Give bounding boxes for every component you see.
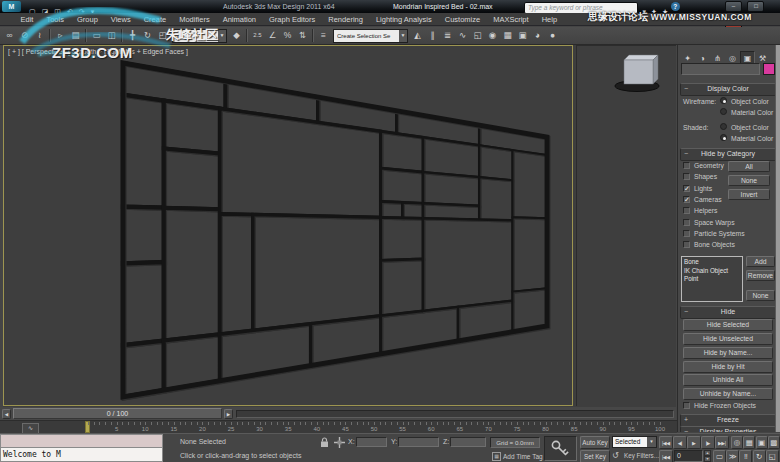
- go-to-start-button[interactable]: |◀◀: [659, 436, 673, 449]
- select-and-link-icon[interactable]: ∞: [2, 28, 17, 43]
- menu-modifiers[interactable]: Modifiers: [173, 15, 216, 24]
- menu-create[interactable]: Create: [137, 15, 173, 24]
- key-mode-toggle[interactable]: |◀◀: [659, 450, 673, 462]
- select-by-name-icon[interactable]: ▤: [68, 28, 83, 43]
- hide-selected-button[interactable]: Hide Selected: [683, 319, 773, 331]
- angle-snap-icon[interactable]: ∠: [265, 28, 280, 43]
- menu-rendering[interactable]: Rendering: [322, 15, 370, 24]
- set-key-button[interactable]: Set Key: [580, 450, 610, 462]
- minimize-button[interactable]: –: [725, 1, 742, 12]
- wireframe-material-color-radio[interactable]: [720, 108, 727, 115]
- app-logo[interactable]: M: [2, 1, 21, 12]
- align-icon[interactable]: ∥: [425, 28, 440, 43]
- unlink-selection-icon[interactable]: ⊘: [17, 28, 32, 43]
- maximize-viewport-icon[interactable]: ◱: [766, 450, 779, 462]
- none-button[interactable]: None: [728, 175, 770, 186]
- menu-graph-editors[interactable]: Graph Editors: [263, 15, 322, 24]
- category-checkbox-cameras[interactable]: ✓: [683, 196, 690, 203]
- maxscript-listener-white[interactable]: Welcome to M: [0, 448, 163, 462]
- walk-through-icon[interactable]: ‼: [739, 450, 752, 462]
- menu-animation[interactable]: Animation: [216, 15, 262, 24]
- secondary-viewport[interactable]: [576, 45, 676, 406]
- list-item[interactable]: Point: [684, 275, 740, 284]
- all-button[interactable]: All: [728, 161, 770, 172]
- maxscript-listener-pink[interactable]: [0, 434, 163, 448]
- category-checkbox-space-warps[interactable]: [683, 219, 690, 226]
- perspective-viewport[interactable]: [ + ] [ Perspective ] [ Smooth + Highlig…: [3, 45, 573, 406]
- category-checkbox-bone-objects[interactable]: [683, 241, 690, 248]
- select-and-scale-icon[interactable]: ◰: [155, 28, 170, 43]
- rollout-hide[interactable]: −Hide: [680, 306, 776, 319]
- menu-tools[interactable]: Tools: [40, 15, 71, 24]
- y-coordinate-field[interactable]: [398, 437, 439, 447]
- zoom-region-icon[interactable]: ▭: [713, 450, 726, 462]
- mini-curve-editor-icon[interactable]: ∿: [22, 423, 39, 433]
- menu-group[interactable]: Group: [70, 15, 104, 24]
- snap-toggle-icon[interactable]: 2.5: [250, 28, 265, 43]
- bind-to-space-warp-icon[interactable]: ≀: [32, 28, 47, 43]
- hide-unselected-button[interactable]: Hide Unselected: [683, 333, 773, 345]
- category-checkbox-helpers[interactable]: [683, 207, 690, 214]
- maximize-button[interactable]: □: [747, 1, 764, 12]
- named-selection-set-dropdown[interactable]: Create Selection Se▼: [333, 29, 408, 43]
- frame-spinner[interactable]: ▲ ▼: [704, 450, 711, 462]
- current-frame-field[interactable]: 0: [674, 450, 703, 462]
- category-checkbox-shapes[interactable]: [683, 173, 690, 180]
- time-forward-button[interactable]: ▶: [224, 409, 233, 419]
- menu-maxscript[interactable]: MAXScript: [487, 15, 535, 24]
- select-and-manipulate-icon[interactable]: ◆: [229, 28, 244, 43]
- time-slider-groove[interactable]: [236, 410, 674, 418]
- mondrian-frame-object[interactable]: [4, 46, 572, 405]
- previous-frame-button[interactable]: ◀|: [673, 436, 687, 449]
- render-iterative-icon[interactable]: ●: [545, 28, 560, 43]
- play-button[interactable]: ▶: [687, 436, 701, 449]
- hide-by-name--button[interactable]: Hide by Name...: [683, 347, 773, 359]
- unhide-by-name--button[interactable]: Unhide by Name...: [683, 388, 773, 400]
- category-exclusion-list[interactable]: BoneIK Chain ObjectPoint: [681, 256, 743, 302]
- curve-editor-icon[interactable]: ∿: [455, 28, 470, 43]
- infocenter-search-input[interactable]: Type a keyword or phrase: [524, 2, 638, 14]
- category-checkbox-lights[interactable]: ✓: [683, 185, 690, 192]
- selection-set-key-dropdown[interactable]: Selected ▼: [612, 436, 657, 448]
- next-frame-button[interactable]: |▶: [701, 436, 715, 449]
- mirror-icon[interactable]: ◭: [410, 28, 425, 43]
- object-color-swatch[interactable]: [763, 63, 775, 75]
- select-and-move-icon[interactable]: ╋: [125, 28, 140, 43]
- selection-region-icon[interactable]: ▭: [89, 28, 104, 43]
- key-filters-button[interactable]: Key Filters...: [624, 452, 659, 459]
- time-back-button[interactable]: ◀: [2, 409, 11, 419]
- absolute-mode-icon[interactable]: [334, 437, 345, 448]
- rendered-frame-window-icon[interactable]: ▣: [515, 28, 530, 43]
- spinner-snap-icon[interactable]: ⇅: [295, 28, 310, 43]
- time-tag-icon[interactable]: ▦: [492, 452, 501, 461]
- time-slider-handle[interactable]: 0 / 100: [13, 408, 222, 419]
- shaded-material-color-radio[interactable]: [720, 134, 727, 141]
- rollout-display-color[interactable]: −Display Color: [680, 83, 776, 96]
- add-time-tag[interactable]: Add Time Tag: [503, 453, 543, 460]
- set-key-toggle[interactable]: [544, 436, 577, 461]
- shaded-object-color-radio[interactable]: [720, 123, 727, 130]
- list-item[interactable]: Bone: [684, 258, 740, 267]
- list-none-button[interactable]: None: [746, 290, 775, 301]
- list-item[interactable]: IK Chain Object: [684, 267, 740, 276]
- auto-key-button[interactable]: Auto Key: [580, 436, 610, 449]
- selection-lock-icon[interactable]: [320, 437, 329, 448]
- box-object[interactable]: [577, 46, 676, 405]
- menu-customize[interactable]: Customize: [438, 15, 486, 24]
- orbit-icon[interactable]: ↻: [753, 450, 766, 462]
- go-to-end-button[interactable]: ▶▶|: [715, 436, 729, 449]
- edit-named-selections-icon[interactable]: ≡: [316, 28, 331, 43]
- list-remove-button[interactable]: Remove: [746, 270, 775, 281]
- default-tangent-icon[interactable]: ↺: [612, 450, 619, 462]
- unhide-all-button[interactable]: Unhide All: [683, 374, 773, 386]
- pan-icon[interactable]: ≫: [726, 450, 739, 462]
- menu-views[interactable]: Views: [104, 15, 137, 24]
- menu-help[interactable]: Help: [535, 15, 563, 24]
- material-editor-icon[interactable]: ◉: [485, 28, 500, 43]
- schematic-view-icon[interactable]: ◱: [470, 28, 485, 43]
- percent-snap-icon[interactable]: %: [280, 28, 295, 43]
- rollout-display-properties[interactable]: −Display Properties: [680, 426, 776, 432]
- zoom-extents-all-icon[interactable]: ▩: [768, 436, 780, 449]
- category-checkbox-geometry[interactable]: [683, 162, 690, 169]
- object-name-combo[interactable]: [681, 63, 760, 75]
